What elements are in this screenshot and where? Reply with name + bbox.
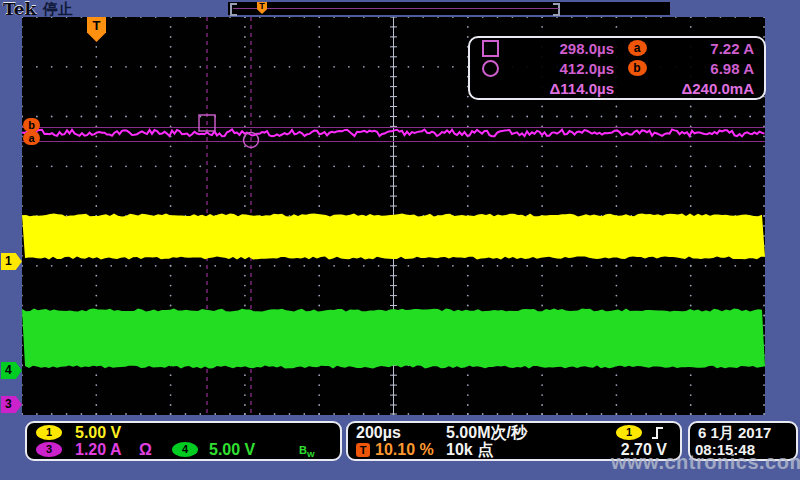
sample-rate-value: 5.00M次/秒 xyxy=(446,424,527,442)
position-bracket-left-icon xyxy=(230,3,237,16)
cursor-1-square-icon xyxy=(482,40,499,57)
cursor-b-value: 6.98 A xyxy=(656,60,764,77)
date-value: 6 1月 2017 xyxy=(698,424,771,442)
trigger-position-value: 10.10 % xyxy=(375,441,434,459)
channel-4-badge[interactable]: 4 xyxy=(172,442,198,457)
cursor-delta-value: Δ240.0mA xyxy=(656,80,764,97)
channel-3-scale: 1.20 A xyxy=(75,441,122,459)
channel-1-badge[interactable]: 1 xyxy=(36,425,62,440)
channel-4-position-marker[interactable]: 4 xyxy=(1,362,22,379)
channel-3-impedance: Ω xyxy=(139,441,152,459)
trigger-source-badge[interactable]: 1 xyxy=(616,425,642,440)
oscilloscope-display: Tek 停止 T T b a 1 4 3 298.0µs a 7.22 A 41… xyxy=(0,0,800,480)
cursor-a-edge-badge[interactable]: a xyxy=(23,131,40,145)
cursor-a-badge: a xyxy=(628,40,647,56)
bandwidth-limit-icon: BW xyxy=(299,441,315,464)
channel-1-scale: 5.00 V xyxy=(75,424,121,442)
channel-3-badge[interactable]: 3 xyxy=(36,442,62,457)
position-bracket-right-icon xyxy=(553,3,560,16)
trigger-position-badge: T xyxy=(356,443,370,457)
watermark: www.cntronics.com xyxy=(611,451,800,474)
channel-1-position-marker[interactable]: 1 xyxy=(1,253,22,270)
timebase-value: 200µs xyxy=(356,424,401,442)
cursor-2-circle-icon xyxy=(482,60,499,77)
cursor-1-time: 298.0µs xyxy=(510,40,618,57)
cursor-a-value: 7.22 A xyxy=(656,40,764,57)
cursor-2-time: 412.0µs xyxy=(510,60,618,77)
channel-4-scale: 5.00 V xyxy=(209,441,255,459)
cursor-delta-time: Δ114.0µs xyxy=(510,80,618,97)
cursor-b-edge-badge[interactable]: b xyxy=(23,118,40,132)
position-waveform-line xyxy=(233,8,559,9)
record-length-value: 10k 点 xyxy=(446,441,493,459)
position-trigger-icon[interactable]: T xyxy=(257,2,267,14)
cursor-measurement-box: 298.0µs a 7.22 A 412.0µs b 6.98 A Δ114.0… xyxy=(468,36,766,100)
vertical-readout-box[interactable]: 1 5.00 V 3 1.20 A Ω 4 5.00 V BW xyxy=(25,421,342,461)
cursor-b-badge: b xyxy=(628,60,647,76)
channel-3-position-marker[interactable]: 3 xyxy=(1,396,22,413)
horizontal-position-bar[interactable]: T xyxy=(228,2,670,15)
